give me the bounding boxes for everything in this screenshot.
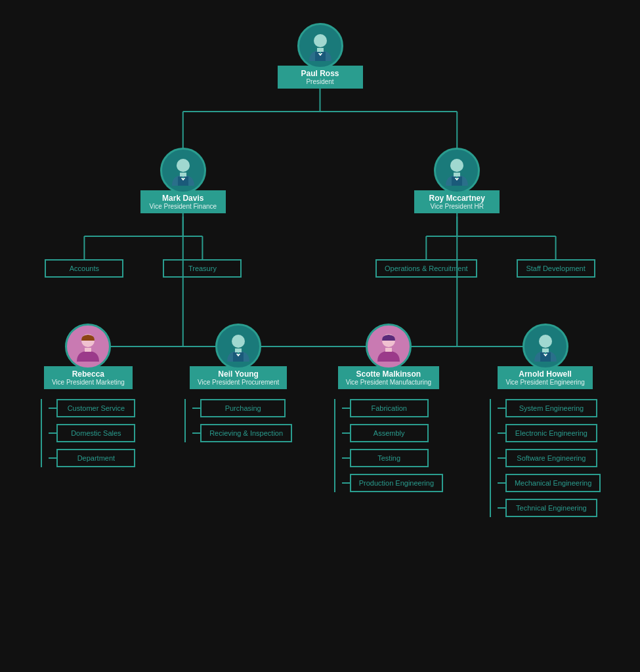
vp-procurement-avatar-icon bbox=[222, 330, 255, 363]
electronic-eng-box: Electronic Engineering bbox=[505, 424, 597, 442]
engineering-dept-container: System Engineering Electronic Engineerin… bbox=[490, 399, 601, 517]
manufacturing-dept-container: Fabrication Assembly Testi bbox=[334, 399, 443, 492]
department-label: Department bbox=[77, 454, 115, 462]
engineering-dept-item-2: Electronic Engineering bbox=[498, 424, 601, 442]
h-connector-p2 bbox=[192, 432, 200, 434]
technical-eng-label: Technical Engineering bbox=[516, 504, 587, 512]
h-connector-e3 bbox=[498, 457, 505, 459]
vp-procurement-avatar bbox=[215, 324, 261, 369]
ops-label: Operations & Recruitment bbox=[385, 264, 468, 272]
procurement-dept-container: Purchasing Recieving & Inspection bbox=[184, 399, 292, 442]
vp-procurement-namebox: Neil Young Vice President Procurement bbox=[190, 366, 287, 389]
president-title: President bbox=[286, 78, 355, 85]
procurement-vline bbox=[184, 399, 186, 442]
fabrication-label: Fabrication bbox=[371, 404, 406, 412]
svg-rect-26 bbox=[182, 177, 184, 178]
purchasing-box: Purchasing bbox=[200, 399, 286, 417]
h-connector-2 bbox=[49, 432, 56, 434]
h-connector-m1 bbox=[342, 408, 350, 409]
vp-engineering-name: Arnold Howell bbox=[505, 369, 584, 379]
procurement-dept-item-1: Purchasing bbox=[192, 399, 292, 417]
level-president: Paul Ross President bbox=[7, 13, 633, 89]
vp-marketing-name: Rebecca bbox=[52, 369, 125, 379]
prod-eng-box: Production Engineering bbox=[350, 474, 443, 492]
vp-finance-node: Mark Davis Vice President Finance bbox=[140, 148, 226, 213]
engineering-dept-item-1: System Engineering bbox=[498, 399, 601, 417]
ops-col: Operations & Recruitment bbox=[375, 259, 477, 278]
president-namebox: Paul Ross President bbox=[278, 66, 363, 89]
testing-box: Testing bbox=[350, 449, 429, 467]
svg-point-34 bbox=[232, 335, 245, 348]
staffdev-col: Staff Development bbox=[517, 259, 595, 278]
h-connector-p1 bbox=[192, 408, 200, 409]
org-chart: Paul Ross President bbox=[0, 0, 640, 530]
h-connector-m3 bbox=[342, 457, 350, 459]
vp-procurement-col: Neil Young Vice President Procurement Pu… bbox=[166, 324, 310, 442]
vp-hr-node: Roy Mccartney Vice President HR bbox=[414, 148, 500, 213]
accounts-col: Accounts bbox=[45, 259, 123, 278]
technical-eng-box: Technical Engineering bbox=[505, 499, 597, 517]
treasury-box: Treasury bbox=[163, 259, 242, 278]
mechanical-eng-label: Mechanical Engineering bbox=[515, 479, 591, 487]
engineering-vline bbox=[490, 399, 491, 517]
vp-finance-avatar-icon bbox=[167, 154, 200, 187]
svg-rect-30 bbox=[456, 177, 458, 178]
vp-engineering-avatar bbox=[523, 324, 568, 369]
manufacturing-dept-item-1: Fabrication bbox=[342, 399, 443, 417]
vp-engineering-node: Arnold Howell Vice President Engineering bbox=[498, 324, 592, 389]
vp-finance-namebox: Mark Davis Vice President Finance bbox=[140, 190, 226, 213]
level-vps: Mark Davis Vice President Finance bbox=[7, 148, 633, 213]
vp-manufacturing-namebox: Scotte Malkinson Vice President Manufact… bbox=[338, 366, 439, 389]
vp-hr-name: Roy Mccartney bbox=[422, 194, 492, 203]
software-eng-box: Software Engineering bbox=[505, 449, 597, 467]
domestic-sales-label: Domestic Sales bbox=[71, 429, 121, 437]
tree-wrapper: Paul Ross President bbox=[7, 13, 633, 517]
ops-box: Operations & Recruitment bbox=[375, 259, 477, 278]
staffdev-label: Staff Development bbox=[526, 264, 585, 272]
president-avatar-icon bbox=[304, 30, 337, 62]
level-vp4: Rebecca Vice President Marketing Custome… bbox=[7, 324, 633, 517]
vp-hr-title: Vice President HR bbox=[422, 203, 492, 210]
accounts-box: Accounts bbox=[45, 259, 123, 278]
marketing-dept-item-1: Customer Service bbox=[49, 399, 135, 417]
svg-rect-22 bbox=[320, 52, 321, 54]
hr-depts: Operations & Recruitment Staff Developme… bbox=[375, 259, 595, 278]
spacer bbox=[292, 259, 325, 278]
president-node: Paul Ross President bbox=[278, 23, 363, 89]
assembly-label: Assembly bbox=[373, 429, 405, 437]
vp-hr-avatar-icon bbox=[440, 154, 473, 187]
level-depts: Accounts Treasury Operations & Recruitme… bbox=[7, 259, 633, 278]
vp-engineering-avatar-icon bbox=[529, 330, 562, 363]
mechanical-eng-box: Mechanical Engineering bbox=[505, 474, 601, 492]
staffdev-box: Staff Development bbox=[517, 259, 595, 278]
department-box: Department bbox=[56, 449, 135, 467]
vp-hr-avatar bbox=[434, 148, 480, 194]
vp-manufacturing-title: Vice President Manufacturing bbox=[346, 379, 431, 386]
manufacturing-dept-list: Fabrication Assembly Testi bbox=[342, 399, 443, 492]
vp-marketing-node: Rebecca Vice President Marketing bbox=[44, 324, 133, 389]
vp-marketing-avatar-icon bbox=[72, 330, 104, 363]
h-connector-e5 bbox=[498, 507, 505, 509]
vp-engineering-title: Vice President Engineering bbox=[505, 379, 584, 386]
h-connector-e2 bbox=[498, 432, 505, 434]
manufacturing-dept-item-4: Production Engineering bbox=[342, 474, 443, 492]
svg-point-41 bbox=[539, 335, 552, 348]
h-connector-m4 bbox=[342, 482, 350, 484]
vp-marketing-avatar bbox=[65, 324, 111, 369]
manufacturing-dept-item-3: Testing bbox=[342, 449, 443, 467]
system-eng-box: System Engineering bbox=[505, 399, 597, 417]
marketing-vline bbox=[41, 399, 42, 467]
svg-point-19 bbox=[314, 34, 327, 47]
software-eng-label: Software Engineering bbox=[517, 454, 586, 462]
vp-manufacturing-node: Scotte Malkinson Vice President Manufact… bbox=[338, 324, 439, 389]
vp-finance-name: Mark Davis bbox=[148, 194, 218, 203]
vp-manufacturing-avatar-icon bbox=[372, 330, 405, 363]
procurement-dept-list: Purchasing Recieving & Inspection bbox=[192, 399, 292, 442]
svg-rect-37 bbox=[238, 352, 239, 354]
testing-label: Testing bbox=[377, 454, 400, 462]
vp-marketing-col: Rebecca Vice President Marketing Custome… bbox=[16, 324, 160, 467]
engineering-dept-list: System Engineering Electronic Engineerin… bbox=[498, 399, 601, 517]
vp-manufacturing-col: Scotte Malkinson Vice President Manufact… bbox=[316, 324, 461, 492]
marketing-dept-item-3: Department bbox=[49, 449, 135, 467]
president-name: Paul Ross bbox=[286, 69, 355, 78]
